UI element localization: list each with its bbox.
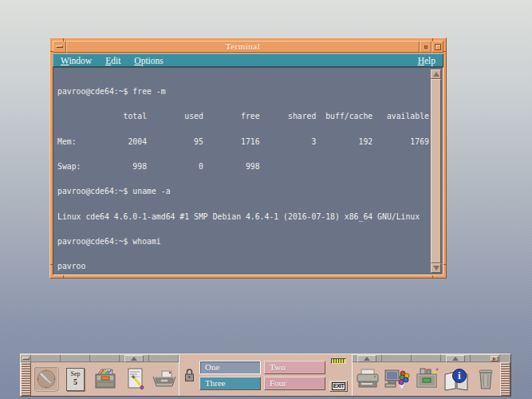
subpanel-arrow-help[interactable]	[446, 355, 465, 362]
text-editor-button[interactable]	[120, 367, 149, 391]
window-title[interactable]: Terminal	[66, 41, 420, 53]
menu-edit[interactable]: Edit	[105, 56, 120, 65]
terminal-content[interactable]: pavroo@cde64:~$ free -m total used free …	[53, 67, 443, 275]
printer-button[interactable]	[353, 368, 382, 390]
resize-notch	[63, 38, 64, 41]
terminal-line: total used free shared buff/cache availa…	[57, 113, 428, 120]
strip-segment	[90, 354, 120, 362]
terminal-line: pavroo@cde64:~$ whoami	[57, 238, 428, 246]
panel-minimize-icon[interactable]	[491, 356, 499, 361]
subpanel-arrow-printers[interactable]	[357, 355, 376, 362]
workspace-switcher: One Two Three Four EXIT	[179, 354, 353, 396]
exit-label: EXIT	[332, 382, 346, 390]
app-drawer-icon	[414, 367, 439, 391]
arrow-up-icon	[452, 357, 459, 361]
mail-tray-icon	[151, 369, 178, 389]
terminal-window[interactable]: Terminal Window Edit Options Help pavroo…	[49, 38, 447, 279]
terminal-line: Linux cde64 4.6.0-1-amd64 #1 SMP Debian …	[57, 213, 428, 221]
strip-segment	[471, 354, 500, 362]
front-panel: Sep 5	[20, 354, 511, 397]
trash-button[interactable]	[471, 367, 500, 391]
mailer-button[interactable]	[149, 369, 179, 389]
application-manager-button[interactable]	[412, 367, 441, 391]
maximize-icon	[435, 44, 441, 50]
arrow-up-icon	[433, 72, 439, 77]
terminal-line: pavroo	[57, 263, 428, 271]
scrollbar-thumb[interactable]	[431, 79, 441, 263]
strip-segment	[149, 354, 179, 362]
scroll-down-button[interactable]	[431, 263, 441, 273]
workspace-button-two[interactable]: Two	[264, 361, 325, 374]
minimize-icon	[424, 45, 428, 49]
strip-grip-cap	[21, 354, 31, 362]
strip-segment	[412, 354, 441, 362]
terminal-line: Swap: 998 0 998	[57, 163, 428, 171]
panel-handle-icon[interactable]	[22, 357, 30, 360]
exit-button[interactable]: EXIT	[329, 381, 348, 392]
maximize-button[interactable]	[432, 41, 443, 53]
strip-segment	[382, 354, 412, 362]
clock-icon	[33, 366, 59, 392]
resize-notch	[432, 38, 433, 41]
panel-grip-left[interactable]	[21, 362, 31, 396]
workspace-button-one[interactable]: One	[199, 361, 261, 374]
clock-button[interactable]	[31, 366, 61, 392]
help-book-icon: i	[443, 367, 470, 391]
style-manager-button[interactable]	[382, 367, 412, 391]
subpanel-arrow-apps[interactable]	[124, 355, 144, 362]
arrow-down-icon	[433, 266, 439, 271]
window-menu-icon	[56, 45, 63, 48]
terminal-text[interactable]: pavroo@cde64:~$ free -m total used free …	[57, 71, 428, 272]
busy-light-indicator	[331, 358, 346, 364]
calendar-button[interactable]: Sep 5	[61, 368, 90, 391]
arrow-up-icon	[364, 357, 370, 361]
workspace-button-four[interactable]: Four	[264, 377, 325, 390]
calendar-icon: Sep 5	[66, 368, 85, 391]
file-manager-button[interactable]	[90, 367, 120, 391]
minimize-button[interactable]	[420, 41, 432, 53]
terminal-line: Mem: 2004 95 1716 3 192 1769	[57, 138, 428, 146]
menubar: Window Edit Options Help	[53, 53, 443, 67]
window-menu-button[interactable]	[53, 41, 66, 53]
strip-segment	[31, 354, 61, 362]
titlebar[interactable]: Terminal	[53, 41, 443, 53]
scrollbar[interactable]	[431, 69, 441, 273]
menu-help[interactable]: Help	[418, 56, 435, 65]
workspace-button-three[interactable]: Three	[199, 377, 261, 390]
menu-options[interactable]: Options	[134, 56, 163, 65]
workspace-buttons: One Two Three Four	[199, 361, 325, 390]
subpanel-strip-left	[21, 354, 179, 362]
arrow-up-icon	[131, 357, 137, 361]
trash-can-icon	[476, 367, 495, 391]
strip-segment	[120, 354, 149, 362]
strip-segment	[441, 354, 471, 362]
terminal-line: pavroo@cde64:~$ uname -a	[57, 188, 428, 196]
resize-notch	[50, 51, 53, 52]
scroll-up-button[interactable]	[431, 69, 441, 79]
arrow-right-icon	[493, 358, 496, 361]
style-manager-icon	[384, 367, 411, 391]
calendar-month: Sep	[67, 370, 84, 378]
subpanel-strip-right	[353, 354, 510, 362]
lock-icon[interactable]	[183, 367, 195, 383]
menu-window[interactable]: Window	[61, 56, 92, 65]
printer-icon	[355, 368, 380, 390]
file-cabinet-icon	[93, 367, 118, 391]
help-manager-button[interactable]: i	[441, 367, 471, 391]
strip-segment	[353, 354, 382, 362]
strip-segment	[61, 354, 90, 362]
terminal-line: pavroo@cde64:~$ free -m	[57, 88, 428, 96]
panel-grip-right[interactable]	[500, 362, 510, 396]
notepad-pencil-icon	[123, 367, 147, 391]
resize-notch	[443, 51, 446, 52]
calendar-day: 5	[67, 378, 84, 386]
